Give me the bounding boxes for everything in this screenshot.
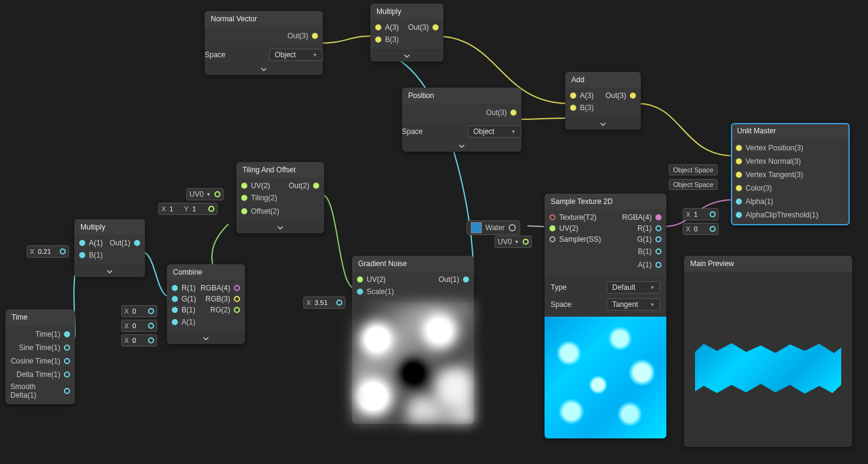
input-port[interactable]	[549, 214, 556, 220]
value-field[interactable]	[313, 298, 333, 307]
collapse-toggle[interactable]	[565, 118, 641, 130]
input-port[interactable]	[736, 185, 742, 191]
float-input[interactable]: X	[121, 305, 157, 317]
input-port[interactable]	[570, 105, 576, 111]
input-port[interactable]	[736, 172, 742, 178]
chevron-down-icon: ▼	[650, 302, 655, 308]
input-port[interactable]	[736, 212, 742, 218]
collapse-toggle[interactable]	[167, 332, 245, 344]
space-dropdown[interactable]: Object▼	[468, 125, 521, 138]
node-combine[interactable]: Combine R(1) RGBA(4) G(1) RGB(3) B(1) RG…	[167, 264, 245, 344]
input-port[interactable]	[357, 289, 363, 295]
node-sample-texture-2d[interactable]: Sample Texture 2D Texture(T2) RGBA(4) UV…	[545, 194, 666, 438]
input-port[interactable]	[241, 183, 247, 189]
value-field[interactable]	[131, 336, 144, 345]
float-input[interactable]: X	[121, 334, 157, 346]
float-input[interactable]: X	[683, 208, 719, 220]
input-port[interactable]	[172, 319, 178, 325]
output-port[interactable]	[510, 110, 517, 116]
output-port[interactable]	[312, 33, 318, 39]
input-port[interactable]	[736, 158, 742, 164]
uv-channel-dropdown[interactable]: UV0▼	[495, 236, 532, 248]
node-tiling-and-offset[interactable]: Tiling And Offset UV(2) Out(2) Tiling(2)…	[236, 162, 324, 233]
collapse-toggle[interactable]	[236, 222, 324, 233]
node-unlit-master[interactable]: Unlit Master Vertex Position(3) Vertex N…	[731, 123, 850, 225]
input-port[interactable]	[79, 240, 85, 246]
port[interactable]	[148, 323, 154, 329]
float-input[interactable]: X	[27, 245, 69, 258]
input-port[interactable]	[172, 307, 178, 313]
collapse-toggle[interactable]	[370, 50, 443, 62]
float-input[interactable]: X	[303, 297, 345, 309]
tiling-input[interactable]: XY	[158, 203, 217, 215]
input-port[interactable]	[241, 195, 247, 201]
value-field[interactable]	[131, 307, 144, 315]
input-port[interactable]	[241, 208, 247, 214]
space-dropdown[interactable]: Object▼	[269, 49, 323, 61]
float-input[interactable]: X	[683, 223, 719, 235]
output-port[interactable]	[64, 388, 70, 394]
port[interactable]	[523, 239, 529, 245]
port[interactable]	[60, 248, 66, 255]
output-port[interactable]	[655, 262, 662, 268]
value-field[interactable]	[693, 210, 706, 219]
input-port[interactable]	[736, 199, 742, 205]
port[interactable]	[336, 300, 342, 306]
collapse-toggle[interactable]	[74, 265, 145, 277]
output-port[interactable]	[630, 93, 636, 99]
pill-output-port[interactable]	[509, 224, 516, 231]
input-port[interactable]	[549, 225, 556, 231]
node-time[interactable]: Time Time(1) Sine Time(1) Cosine Time(1)…	[5, 309, 75, 404]
value-field[interactable]	[37, 247, 56, 256]
output-port[interactable]	[463, 276, 469, 283]
noise-preview	[352, 302, 474, 424]
node-add[interactable]: Add A(3) Out(3) B(3)	[565, 72, 641, 130]
output-port[interactable]	[234, 296, 240, 302]
uv-channel-dropdown[interactable]: UV0▼	[186, 188, 224, 200]
output-port[interactable]	[64, 371, 70, 378]
property-pill-water[interactable]: Water	[467, 220, 520, 235]
channel-port[interactable]	[214, 191, 221, 197]
input-port[interactable]	[172, 296, 178, 302]
port[interactable]	[148, 337, 154, 343]
collapse-toggle[interactable]	[205, 63, 323, 75]
value-field[interactable]	[131, 322, 144, 330]
node-multiply-top[interactable]: Multiply A(3) Out(3) B(3)	[370, 4, 443, 62]
port[interactable]	[148, 308, 154, 314]
type-dropdown[interactable]: Default▼	[607, 281, 660, 294]
input-port[interactable]	[375, 37, 381, 43]
port[interactable]	[208, 206, 214, 212]
main-preview-panel[interactable]: Main Preview	[684, 256, 852, 447]
output-port[interactable]	[134, 240, 140, 246]
node-normal-vector[interactable]: Normal Vector Out(3) Space Object▼	[205, 11, 323, 75]
port[interactable]	[710, 226, 716, 232]
output-port[interactable]	[432, 24, 439, 30]
output-port[interactable]	[655, 225, 662, 231]
tiling-x[interactable]	[168, 205, 182, 213]
input-port[interactable]	[549, 236, 556, 242]
output-port[interactable]	[313, 183, 319, 189]
input-port[interactable]	[375, 24, 381, 30]
node-position[interactable]: Position Out(3) Space Object▼	[402, 88, 521, 152]
float-input[interactable]: X	[121, 320, 157, 332]
input-port[interactable]	[736, 145, 742, 151]
input-port[interactable]	[570, 93, 576, 99]
tiling-y[interactable]	[191, 205, 205, 213]
output-port[interactable]	[64, 358, 70, 364]
output-port[interactable]	[234, 285, 240, 291]
output-port[interactable]	[655, 248, 662, 255]
node-gradient-noise[interactable]: Gradient Noise UV(2) Out(1) Scale(1)	[352, 256, 474, 424]
output-port[interactable]	[64, 331, 70, 337]
output-port[interactable]	[655, 236, 662, 242]
value-field[interactable]	[693, 225, 706, 233]
input-port[interactable]	[79, 252, 85, 258]
output-port[interactable]	[655, 214, 662, 220]
output-port[interactable]	[234, 307, 240, 313]
input-port[interactable]	[357, 276, 363, 283]
node-multiply-float[interactable]: Multiply A(1) Out(1) B(1)	[74, 219, 145, 277]
input-port[interactable]	[172, 285, 178, 291]
collapse-toggle[interactable]	[402, 140, 521, 152]
output-port[interactable]	[64, 345, 70, 351]
space-dropdown[interactable]: Tangent▼	[607, 298, 660, 311]
port[interactable]	[710, 211, 716, 217]
